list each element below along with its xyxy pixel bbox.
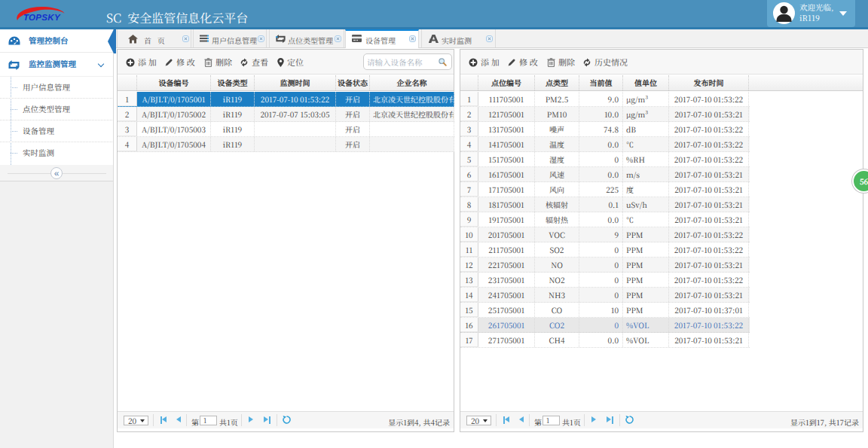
svg-text:TOPSKY: TOPSKY: [23, 14, 61, 23]
